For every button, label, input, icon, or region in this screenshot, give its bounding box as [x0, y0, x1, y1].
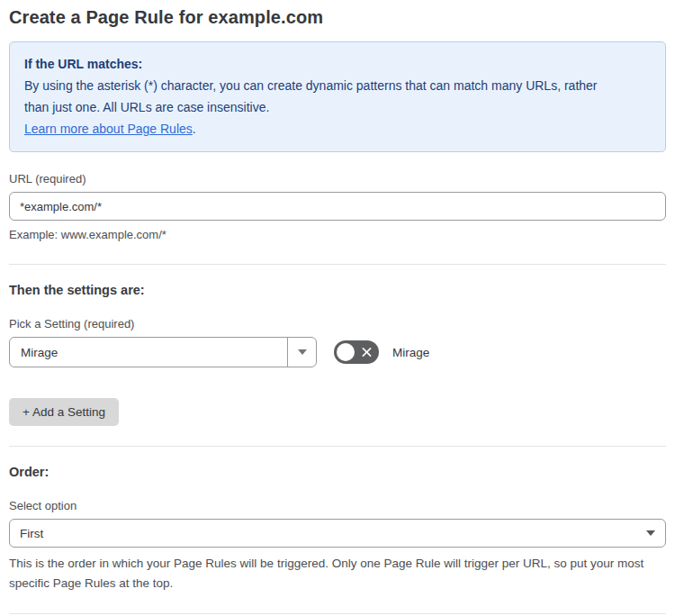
page-title: Create a Page Rule for example.com	[9, 7, 666, 28]
create-page-rule-form: Create a Page Rule for example.com If th…	[0, 0, 675, 616]
url-helper-text: Example: www.example.com/*	[9, 226, 666, 244]
order-select-value: First	[20, 527, 43, 540]
toggle-label: Mirage	[392, 346, 429, 359]
chevron-down-icon	[646, 530, 655, 536]
setting-select-value: Mirage	[10, 338, 287, 367]
info-box-body: By using the asterisk (*) character, you…	[24, 75, 618, 118]
setting-select-arrow-button[interactable]	[287, 338, 316, 367]
mirage-toggle[interactable]	[334, 340, 379, 364]
toggle-knob	[337, 343, 355, 361]
info-box-heading: If the URL matches:	[24, 53, 651, 75]
chevron-down-icon	[298, 349, 307, 355]
link-suffix: .	[193, 122, 196, 136]
setting-row: Mirage Mirage	[9, 337, 666, 367]
order-section-heading: Order:	[9, 465, 666, 479]
url-input[interactable]	[9, 192, 666, 221]
url-label: URL (required)	[9, 172, 666, 186]
pick-setting-label: Pick a Setting (required)	[9, 317, 666, 331]
info-box-link-line: Learn more about Page Rules.	[24, 118, 651, 140]
toggle-x-icon	[362, 348, 372, 358]
order-select-label: Select option	[9, 499, 666, 512]
divider	[9, 613, 666, 614]
url-match-info-box: If the URL matches: By using the asteris…	[9, 41, 666, 152]
order-select[interactable]: First	[9, 519, 666, 548]
setting-select[interactable]: Mirage	[9, 337, 317, 367]
divider	[9, 264, 666, 265]
add-setting-button[interactable]: + Add a Setting	[9, 398, 119, 426]
settings-section-heading: Then the settings are:	[9, 283, 666, 297]
divider	[9, 446, 666, 447]
learn-more-link[interactable]: Learn more about Page Rules	[24, 122, 193, 136]
order-helper-text: This is the order in which your Page Rul…	[9, 554, 666, 593]
